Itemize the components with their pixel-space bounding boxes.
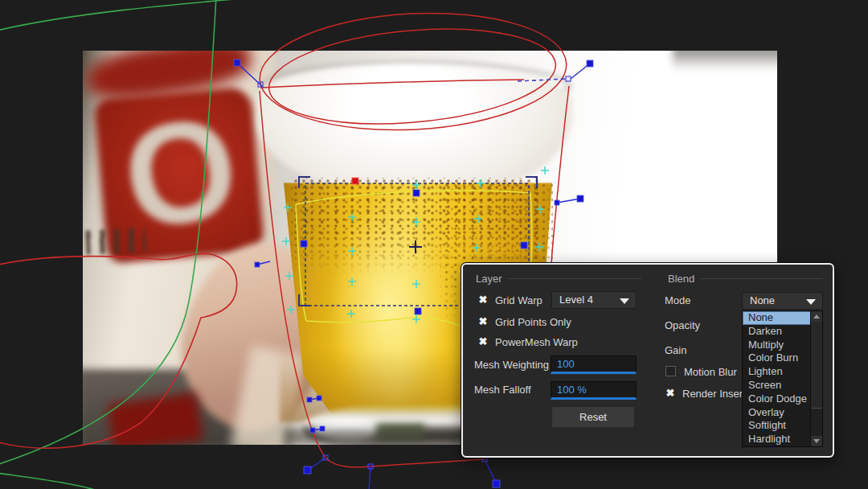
scrollbar-thumb[interactable] xyxy=(811,322,822,409)
opacity-label: Opacity xyxy=(665,319,700,331)
green-spline[interactable] xyxy=(0,0,280,489)
mesh-falloff-input[interactable] xyxy=(551,381,637,400)
blend-group-divider xyxy=(701,278,823,279)
mode-option-overlay[interactable]: Overlay xyxy=(743,406,811,420)
layer-properties-panel: Layer ✖ Grid Warp Level 4 ✖ Grid Points … xyxy=(461,263,834,458)
mode-value: None xyxy=(750,294,775,306)
chevron-down-icon xyxy=(620,298,629,304)
layer-group-divider xyxy=(508,278,641,279)
mode-option-screen[interactable]: Screen xyxy=(743,379,811,392)
thumb-roto-spline[interactable] xyxy=(0,253,237,448)
mode-option-softlight[interactable]: Softlight xyxy=(743,419,811,433)
gain-label: Gain xyxy=(665,344,686,356)
mesh-weighting-label: Mesh Weighting xyxy=(474,359,549,371)
motion-blur-checkbox[interactable] xyxy=(665,366,676,376)
powermesh-warp-checkbox[interactable]: ✖ xyxy=(477,336,489,347)
mode-option-hardlight[interactable]: Hardlight xyxy=(743,433,811,446)
powermesh-warp-label: PowerMesh Warp xyxy=(495,336,578,348)
reset-button[interactable]: Reset xyxy=(551,406,635,428)
layer-group-title: Layer xyxy=(476,273,502,285)
grid-warp-level-dropdown[interactable]: Level 4 xyxy=(551,291,637,309)
chevron-down-icon xyxy=(806,299,816,305)
grid-points-only-checkbox[interactable]: ✖ xyxy=(477,316,489,327)
mode-option-color-burn[interactable]: Color Burn xyxy=(743,351,811,365)
mesh-center-cross[interactable] xyxy=(409,240,422,253)
mode-option-darken[interactable]: Darken xyxy=(743,325,811,339)
motion-blur-label: Motion Blur xyxy=(684,366,737,378)
scroll-up-button[interactable] xyxy=(811,311,822,322)
application-canvas: O xyxy=(0,0,868,489)
mode-dropdown[interactable]: None xyxy=(742,292,823,310)
mode-dropdown-items: NoneDarkenMultiplyColor BurnLightenScree… xyxy=(743,311,811,446)
mesh-weighting-input[interactable] xyxy=(551,355,637,374)
dropdown-scrollbar[interactable] xyxy=(810,311,822,446)
grid-warp-label: Grid Warp xyxy=(495,294,542,306)
selected-point-red xyxy=(352,178,358,184)
mode-label: Mode xyxy=(665,294,691,306)
mode-dropdown-list: NoneDarkenMultiplyColor BurnLightenScree… xyxy=(742,310,823,447)
blend-group-title: Blend xyxy=(668,273,694,285)
mesh-falloff-label: Mesh Falloff xyxy=(474,384,531,396)
rim-dashed-handle[interactable] xyxy=(518,79,567,81)
triangle-down-icon xyxy=(813,439,820,443)
render-insert-checkbox[interactable]: ✖ xyxy=(665,388,676,399)
scroll-down-button[interactable] xyxy=(811,436,822,446)
mode-option-multiply[interactable]: Multiply xyxy=(743,339,811,352)
grid-warp-checkbox[interactable]: ✖ xyxy=(477,294,489,306)
grid-points-only-label: Grid Points Only xyxy=(495,316,571,328)
triangle-up-icon xyxy=(813,314,820,318)
mode-option-none[interactable]: None xyxy=(743,311,811,325)
grid-warp-level-value: Level 4 xyxy=(559,294,593,306)
mode-option-color-dodge[interactable]: Color Dodge xyxy=(743,392,811,406)
mode-option-lighten[interactable]: Lighten xyxy=(743,365,811,379)
